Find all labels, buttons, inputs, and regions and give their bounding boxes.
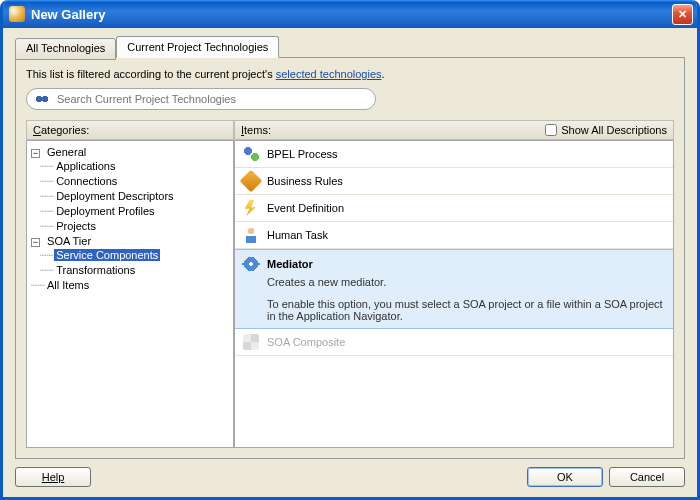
tabstrip: All Technologies Current Project Technol… bbox=[15, 36, 685, 58]
items-pane: Items: Show All Descriptions BPEL Proces… bbox=[234, 120, 674, 448]
collapse-icon[interactable]: − bbox=[31, 149, 40, 158]
mediator-description-1: Creates a new mediator. bbox=[267, 276, 665, 288]
items-header: Items: Show All Descriptions bbox=[234, 120, 674, 140]
bpel-icon bbox=[243, 146, 259, 162]
categories-tree[interactable]: − General ┈┈Applications ┈┈Connections ┈… bbox=[26, 140, 234, 448]
help-button[interactable]: Help bbox=[15, 467, 91, 487]
split-panes: Categories: − General ┈┈Applications ┈┈C… bbox=[26, 120, 674, 448]
event-icon bbox=[243, 200, 259, 216]
new-gallery-dialog: New Gallery ✕ All Technologies Current P… bbox=[0, 0, 700, 500]
tab-current-project-technologies[interactable]: Current Project Technologies bbox=[116, 36, 279, 58]
tree-node-deployment-profiles[interactable]: ┈┈Deployment Profiles bbox=[31, 204, 229, 219]
human-task-icon bbox=[243, 227, 259, 243]
search-input[interactable] bbox=[55, 92, 367, 106]
collapse-icon[interactable]: − bbox=[31, 238, 40, 247]
categories-pane: Categories: − General ┈┈Applications ┈┈C… bbox=[26, 120, 234, 448]
dialog-body: All Technologies Current Project Technol… bbox=[3, 28, 697, 459]
tree-node-soa-tier[interactable]: − SOA Tier bbox=[31, 234, 229, 248]
tree-node-all-items[interactable]: ┈┈All Items bbox=[31, 278, 229, 293]
rules-icon bbox=[240, 170, 263, 193]
app-icon bbox=[9, 6, 25, 22]
tree-node-projects[interactable]: ┈┈Projects bbox=[31, 219, 229, 234]
tree-node-applications[interactable]: ┈┈Applications bbox=[31, 159, 229, 174]
tab-all-technologies[interactable]: All Technologies bbox=[15, 38, 116, 60]
categories-header: Categories: bbox=[26, 120, 234, 140]
selected-technologies-link[interactable]: selected technologies bbox=[276, 68, 382, 80]
search-row bbox=[26, 88, 674, 110]
search-box[interactable] bbox=[26, 88, 376, 110]
tree-node-transformations[interactable]: ┈┈Transformations bbox=[31, 263, 229, 278]
item-mediator[interactable]: Mediator Creates a new mediator. To enab… bbox=[235, 249, 673, 329]
item-event-definition[interactable]: Event Definition bbox=[235, 195, 673, 222]
item-business-rules[interactable]: Business Rules bbox=[235, 168, 673, 195]
tab-panel: This list is filtered according to the c… bbox=[15, 57, 685, 459]
show-all-checkbox[interactable] bbox=[545, 124, 557, 136]
close-button[interactable]: ✕ bbox=[672, 4, 693, 25]
item-bpel-process[interactable]: BPEL Process bbox=[235, 141, 673, 168]
composite-icon bbox=[243, 334, 259, 350]
tree-node-general[interactable]: − General bbox=[31, 145, 229, 159]
mediator-description-2: To enable this option, you must select a… bbox=[267, 298, 665, 322]
binoculars-icon bbox=[35, 93, 49, 105]
window-title: New Gallery bbox=[31, 7, 672, 22]
dialog-footer: Help OK Cancel bbox=[3, 459, 697, 497]
tree-node-service-components[interactable]: ┈┈Service Components bbox=[31, 248, 229, 263]
tree-node-deployment-descriptors[interactable]: ┈┈Deployment Descriptors bbox=[31, 189, 229, 204]
cancel-button[interactable]: Cancel bbox=[609, 467, 685, 487]
item-human-task[interactable]: Human Task bbox=[235, 222, 673, 249]
filter-text-prefix: This list is filtered according to the c… bbox=[26, 68, 276, 80]
tree-node-connections[interactable]: ┈┈Connections bbox=[31, 174, 229, 189]
titlebar: New Gallery ✕ bbox=[3, 0, 697, 28]
show-all-descriptions[interactable]: Show All Descriptions bbox=[545, 124, 667, 136]
items-list[interactable]: BPEL Process Business Rules Event Defini… bbox=[234, 140, 674, 448]
filter-description: This list is filtered according to the c… bbox=[26, 68, 674, 80]
ok-button[interactable]: OK bbox=[527, 467, 603, 487]
mediator-icon bbox=[243, 256, 259, 272]
item-soa-composite: SOA Composite bbox=[235, 329, 673, 356]
